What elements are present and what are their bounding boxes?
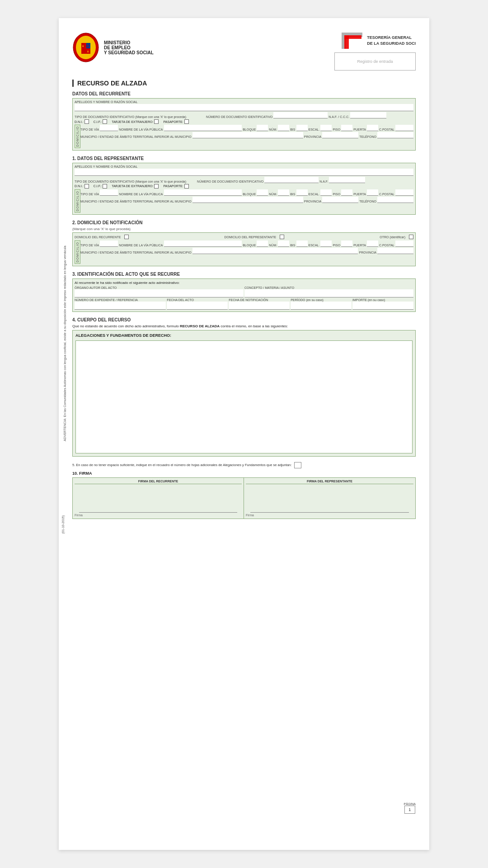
rep-dni-checkbox[interactable] <box>84 184 89 189</box>
date-sidebar: (01-10-2015) <box>61 515 65 533</box>
firma-representante-cell: FIRMA DEL REPRESENTANTE Firma <box>244 478 415 519</box>
datos-representante-title: 1. DATOS DEL REPRESENTANTE <box>72 156 416 161</box>
alegaciones-content[interactable] <box>75 340 413 453</box>
identificacion-acto-block: Al recurrente le ha sido notificado el s… <box>72 278 416 312</box>
pasaporte-checkbox[interactable] <box>184 119 189 124</box>
firma-representante-line <box>250 512 409 513</box>
cuerpo-text: Que no estando de acuerdo con dicho acto… <box>72 324 416 328</box>
rep-pasaporte-checkbox[interactable] <box>184 184 189 189</box>
notif-domicilio-fields: TIPO DE VÍA NOMBRE DE LA VÍA PÚBLICA BLO… <box>80 241 413 264</box>
rep-apellidos-label: APELLIDOS Y NOMBRE O RAZÓN SOCIAL <box>75 165 413 168</box>
notif-provincia-box[interactable] <box>377 248 413 254</box>
rep-naf-box[interactable] <box>329 177 365 183</box>
rep-cpostal-box[interactable] <box>395 189 413 196</box>
periodo-box[interactable] <box>291 302 352 310</box>
concepto-box[interactable] <box>244 289 413 297</box>
firma-title: 10. FIRMA <box>72 471 416 476</box>
svg-rect-16 <box>344 35 349 49</box>
rep-piso-box[interactable] <box>341 189 352 196</box>
form-title: RECURSO DE ALZADA <box>72 80 416 87</box>
notif-recurrente-checkbox[interactable] <box>124 235 129 239</box>
puerta-box[interactable] <box>367 125 378 131</box>
notif-num-box[interactable] <box>278 241 289 247</box>
rep-provincia-box[interactable] <box>322 197 358 203</box>
rep-domicilio-fields: TIPO DE VÍA NOMBRE DE LA VÍA PÚBLICA BLO… <box>80 189 413 213</box>
notif-nombre-via-box[interactable] <box>164 241 242 247</box>
pagina-label: PÁGINA <box>404 802 416 806</box>
apellidos-label: APELLIDOS Y NOMBRE O RAZÓN SOCIAL <box>75 100 413 104</box>
registro-box: Registro de entrada <box>334 52 416 71</box>
numero-exp-box[interactable] <box>75 302 166 310</box>
num-box[interactable] <box>278 125 289 131</box>
rep-num-box[interactable] <box>278 189 289 196</box>
rep-tarjeta-checkbox[interactable] <box>154 184 159 189</box>
rep-tipo-via-box[interactable] <box>100 189 118 196</box>
fecha-notif-box[interactable] <box>229 302 290 310</box>
cuerpo-recurso-title: 4. CUERPO DEL RECURSO <box>72 317 416 322</box>
footer-note-box[interactable] <box>294 462 301 468</box>
pagina-num: 1 <box>404 806 415 814</box>
apellidos-box[interactable] <box>75 104 413 111</box>
datos-representante-section: 1. DATOS DEL REPRESENTANTE APELLIDOS Y N… <box>72 156 416 215</box>
svg-text:♛: ♛ <box>87 45 89 47</box>
municipio-box[interactable] <box>192 132 303 138</box>
via-row: TIPO DE VÍA NOMBRE DE LA VÍA PÚBLICA BLO… <box>80 125 413 131</box>
tesoreria-text: TESORERÍA GENERAL DE LA SEGURIDAD SOCI <box>367 35 416 46</box>
notif-cpostal-box[interactable] <box>395 241 413 247</box>
notif-bis-box[interactable] <box>296 241 308 247</box>
header-right: TESORERÍA GENERAL DE LA SEGURIDAD SOCI R… <box>334 32 416 71</box>
notif-escal-box[interactable] <box>320 241 332 247</box>
firma-representante-label: Firma <box>246 514 413 517</box>
rep-puerta-box[interactable] <box>367 189 378 196</box>
notif-representante-checkbox[interactable] <box>280 235 284 239</box>
telefono-box[interactable] <box>377 132 413 138</box>
notif-puerta-box[interactable] <box>367 241 378 247</box>
rep-escal-box[interactable] <box>320 189 332 196</box>
piso-box[interactable] <box>341 125 352 131</box>
notif-tipo-via-box[interactable] <box>100 241 118 247</box>
firma-representante-title: FIRMA DEL REPRESENTANTE <box>246 480 413 484</box>
rep-cif-checkbox[interactable] <box>103 184 107 189</box>
firma-representante-space <box>246 485 413 512</box>
notif-domicilio-label: DOMICILIO <box>75 241 80 264</box>
rep-bloque-box[interactable] <box>257 189 268 196</box>
tarjeta-checkbox[interactable] <box>154 119 159 124</box>
municipio-row: MUNICIPIO / ENTIDAD DE ÁMBITO TERRITORIA… <box>80 132 413 138</box>
datos-representante-block: APELLIDOS Y NOMBRE O RAZÓN SOCIAL TIPO D… <box>72 163 416 215</box>
domicilio-label: DOMICILIO <box>75 125 80 148</box>
notif-bloque-box[interactable] <box>257 241 268 247</box>
provincia-box[interactable] <box>322 132 358 138</box>
cif-checkbox[interactable] <box>103 119 107 124</box>
dni-checkbox[interactable] <box>84 119 89 124</box>
rep-apellidos-box[interactable] <box>75 169 413 176</box>
rep-bis-box[interactable] <box>296 189 308 196</box>
domicilio-wrap: DOMICILIO TIPO DE VÍA NOMBRE DE LA VÍA P… <box>75 125 413 148</box>
bis-box[interactable] <box>296 125 308 131</box>
rep-via-row: TIPO DE VÍA NOMBRE DE LA VÍA PÚBLICA BLO… <box>80 189 413 196</box>
escal-box[interactable] <box>320 125 332 131</box>
numero-doc-box[interactable] <box>273 112 328 118</box>
notif-otro-checkbox[interactable] <box>409 235 413 239</box>
notif-municipio-box[interactable] <box>192 248 358 254</box>
rep-municipio-box[interactable] <box>192 197 303 203</box>
organo-box[interactable] <box>75 289 244 297</box>
rep-nombre-via-box[interactable] <box>164 189 242 196</box>
cpostal-box[interactable] <box>395 125 413 131</box>
importe-box[interactable] <box>352 302 413 310</box>
tipo-via-box[interactable] <box>100 125 118 131</box>
bloque-box[interactable] <box>257 125 268 131</box>
firma-section: 10. FIRMA FIRMA DEL RECURRENTE Firma FIR… <box>72 471 416 519</box>
domicilio-notif-subtitle: (Marque con una 'X' lo que proceda) <box>72 227 416 231</box>
notif-piso-box[interactable] <box>341 241 352 247</box>
fecha-acto-box[interactable] <box>167 302 228 310</box>
escudo-icon: ♛ ♛ ♛ ♛ <box>72 32 99 63</box>
datos-recurrente-block: APELLIDOS Y NOMBRE O RAZÓN SOCIAL TIPO D… <box>72 98 416 151</box>
header: ♛ ♛ ♛ ♛ MINISTERIO DE EMPLEO Y SEGURIDAD… <box>72 32 416 71</box>
naf-box[interactable] <box>350 112 386 118</box>
rep-numero-doc-box[interactable] <box>264 177 319 183</box>
notif-via-row: TIPO DE VÍA NOMBRE DE LA VÍA PÚBLICA BLO… <box>80 241 413 247</box>
alegaciones-title: ALEGACIONES Y FUNDAMENTOS DE DERECHO: <box>75 333 413 338</box>
tesoreria-logo: TESORERÍA GENERAL DE LA SEGURIDAD SOCI <box>341 32 416 50</box>
rep-telefono-box[interactable] <box>377 197 413 203</box>
nombre-via-box[interactable] <box>164 125 242 131</box>
